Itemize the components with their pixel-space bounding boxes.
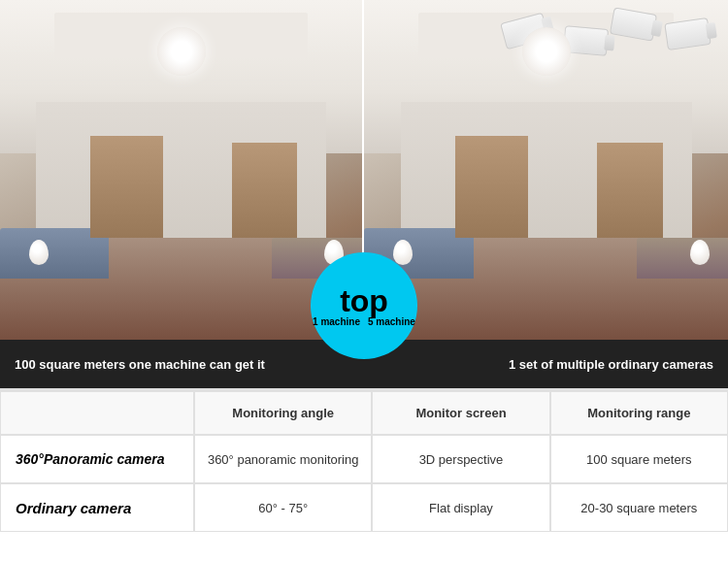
table-row2-label: Ordinary camera (0, 483, 194, 532)
cabinet-right-sec (597, 143, 663, 238)
cabinet-right-l (232, 143, 297, 238)
label-5-machine: 5 machine (368, 316, 415, 327)
table-row1-label: 360°Panoramic camera (0, 435, 194, 483)
table-row1-angle: 360° panoramic monitoring (194, 435, 372, 483)
banner-left-text: 100 square meters one machine can get it (0, 357, 286, 372)
table-row2-range: 20-30 square meters (550, 483, 728, 532)
table-row2-angle: 60° - 75° (194, 483, 372, 532)
table-header-range: Monitoring range (550, 391, 728, 435)
cabinet-left (90, 136, 163, 238)
egg-decor-r1 (393, 240, 413, 265)
top-word: top (340, 285, 388, 316)
table-row2-screen: Flat display (372, 483, 549, 532)
table-row1-range: 100 square meters (550, 435, 728, 483)
egg-decor-l1 (29, 240, 49, 265)
table-header-empty (0, 391, 194, 435)
banner-right-text: 1 set of multiple ordinary cameras (442, 357, 728, 372)
right-room-image (364, 0, 728, 340)
cabinet-right-main (455, 136, 528, 238)
left-room-image (0, 0, 364, 340)
light-right (517, 27, 576, 85)
top-circle-badge: top 1 machine 5 machine (311, 252, 417, 359)
panoramic-camera-left (152, 27, 211, 85)
sofa-right-secondary (637, 238, 728, 279)
table-header-angle: Monitoring angle (194, 391, 372, 435)
label-1-machine: 1 machine (313, 316, 360, 327)
table-header-screen: Monitor screen (372, 391, 549, 435)
camera-ball (157, 27, 206, 76)
machine-row: 1 machine 5 machine (313, 316, 415, 327)
egg-decor-r2 (690, 240, 710, 265)
top-section: top 1 machine 5 machine 100 square meter… (0, 0, 728, 388)
table-row1-screen: 3D perspective (372, 435, 549, 483)
table-grid: Monitoring angle Monitor screen Monitori… (0, 391, 728, 532)
comparison-table: Monitoring angle Monitor screen Monitori… (0, 388, 728, 532)
light-ball-right (522, 27, 571, 76)
